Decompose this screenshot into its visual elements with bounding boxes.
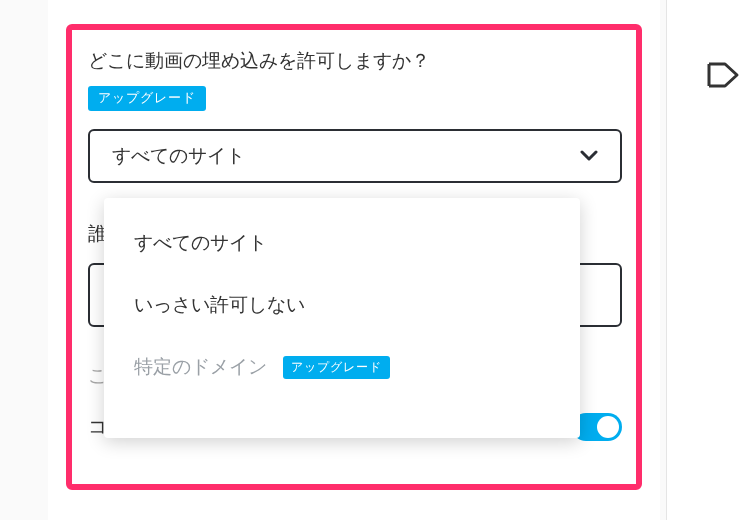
chevron-down-icon xyxy=(580,150,598,162)
dropdown-option-none[interactable]: いっさい許可しない xyxy=(104,274,580,336)
upgrade-badge[interactable]: アップグレード xyxy=(88,86,206,111)
dropdown-option-all-sites[interactable]: すべてのサイト xyxy=(104,212,580,274)
embed-sites-select[interactable]: すべてのサイト xyxy=(88,129,622,183)
dropdown-option-label: いっさい許可しない xyxy=(134,292,305,318)
embed-sites-dropdown: すべてのサイト いっさい許可しない 特定のドメイン アップグレード xyxy=(104,198,580,438)
upgrade-badge-inline[interactable]: アップグレード xyxy=(283,356,390,379)
dropdown-option-label: 特定のドメイン xyxy=(134,354,267,380)
dropdown-option-specific-domain: 特定のドメイン アップグレード xyxy=(104,336,580,398)
dropdown-option-label: すべてのサイト xyxy=(134,230,267,256)
right-panel-peek xyxy=(666,0,750,520)
toggle-knob xyxy=(597,416,619,438)
embed-sites-select-value: すべてのサイト xyxy=(112,143,245,169)
embed-permission-title: どこに動画の埋め込みを許可しますか？ xyxy=(88,48,622,74)
play-icon-fragment xyxy=(707,62,741,88)
